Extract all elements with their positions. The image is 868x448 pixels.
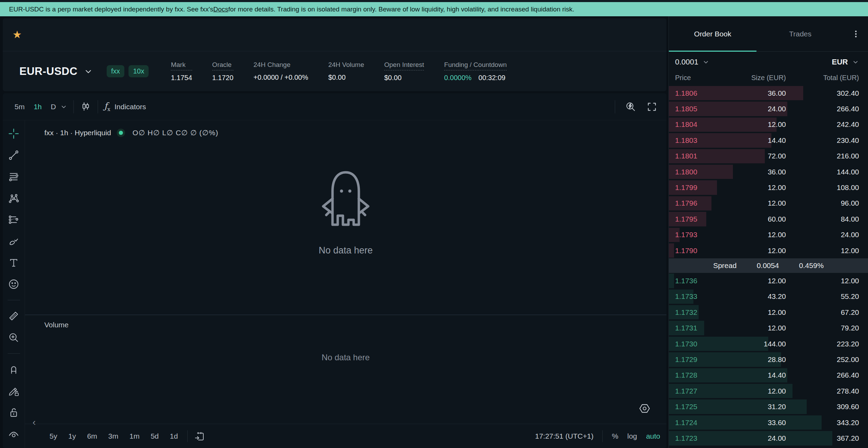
- favorite-star-icon[interactable]: ★: [12, 29, 22, 40]
- price-cell: 1.1796: [675, 199, 734, 207]
- orderbook-bid-row[interactable]: 1.173212.0067.20: [669, 304, 868, 320]
- range-5y[interactable]: 5y: [46, 430, 60, 442]
- orderbook-ask-row[interactable]: 1.179560.0084.00: [669, 211, 868, 227]
- projection-icon[interactable]: [8, 214, 19, 225]
- stat-open-interest: Open Interest $0.00: [384, 61, 424, 82]
- drawing-lock-icon[interactable]: [8, 385, 19, 397]
- orderbook-ask-row[interactable]: 1.180036.00144.00: [669, 164, 868, 180]
- orderbook-bid-row[interactable]: 1.172928.80252.00: [669, 352, 868, 367]
- timeframe-group: 5m1hD: [11, 101, 60, 113]
- size-cell: 24.00: [734, 434, 786, 442]
- orderbook-bid-row[interactable]: 1.173112.0079.20: [669, 320, 868, 336]
- total-cell: 343.20: [786, 419, 859, 427]
- log-scale-button[interactable]: log: [627, 432, 637, 440]
- range-5d[interactable]: 5d: [148, 430, 162, 442]
- tick-size-select[interactable]: 0.0001: [675, 58, 709, 67]
- total-cell: 96.00: [786, 199, 859, 207]
- indicators-button[interactable]: ƒx Indicators: [104, 101, 146, 112]
- total-cell: 242.40: [786, 120, 859, 129]
- orderbook-bid-row[interactable]: 1.173343.2055.20: [669, 289, 868, 304]
- price-cell: 1.1805: [675, 105, 734, 113]
- chart-body: ‹ fxx · 1h · Hyperliquid O∅ H∅ L∅ C∅ ∅ (…: [3, 120, 666, 448]
- chart-toolbar-right: [615, 100, 657, 113]
- docs-link[interactable]: Docs: [213, 6, 228, 13]
- ruler-icon[interactable]: [8, 310, 19, 322]
- total-cell: 24.00: [786, 231, 859, 239]
- orderbook-bid-row[interactable]: 1.172814.40266.40: [669, 368, 868, 383]
- orderbook-ask-row[interactable]: 1.180172.00216.00: [669, 148, 868, 164]
- pair-chevron-down-icon[interactable]: [84, 67, 93, 76]
- range-group: 5y1y6m3m1m5d1d: [46, 430, 181, 442]
- price-pane[interactable]: fxx · 1h · Hyperliquid O∅ H∅ L∅ C∅ ∅ (∅%…: [25, 120, 666, 315]
- clock[interactable]: 17:27:51 (UTC+1): [535, 432, 594, 440]
- magnet-icon[interactable]: [8, 364, 19, 375]
- banner-text-start: EUR-USDC is a perp market deployed indep…: [9, 6, 213, 13]
- stat-value: +0.0000 / +0.00%: [254, 74, 308, 81]
- indicators-label: Indicators: [114, 103, 146, 111]
- tab-order-book[interactable]: Order Book: [669, 16, 756, 51]
- range-3m[interactable]: 3m: [105, 430, 122, 442]
- timeframe-D[interactable]: D: [47, 101, 60, 113]
- toolbar-divider: [602, 430, 603, 442]
- pair-title[interactable]: EUR-USDC: [19, 65, 78, 78]
- toolbar-divider: [187, 430, 188, 442]
- percent-scale-button[interactable]: %: [612, 432, 618, 440]
- size-cell: 12.00: [734, 324, 786, 332]
- orderbook-ask-row[interactable]: 1.180524.00266.40: [669, 101, 868, 117]
- unit-select[interactable]: EUR: [832, 58, 859, 67]
- orderbook-bid-row[interactable]: 1.172324.00367.20: [669, 430, 868, 446]
- quick-search-icon[interactable]: [625, 101, 636, 112]
- range-1d[interactable]: 1d: [167, 430, 181, 442]
- orderbook-ask-row[interactable]: 1.179012.0012.00: [669, 243, 868, 258]
- eye-icon[interactable]: [8, 428, 19, 440]
- orderbook-bid-row[interactable]: 1.172433.60343.20: [669, 415, 868, 430]
- candles-style-icon[interactable]: [80, 101, 91, 112]
- stat-value: 1.1720: [212, 74, 233, 82]
- interval-chevron-down-icon[interactable]: [60, 103, 67, 110]
- kebab-menu-icon[interactable]: [851, 29, 860, 38]
- orderbook-ask-row[interactable]: 1.179312.0024.00: [669, 227, 868, 243]
- zoom-in-icon[interactable]: [8, 332, 19, 343]
- tab-trades[interactable]: Trades: [756, 16, 844, 51]
- price-cell: 1.1730: [675, 340, 734, 348]
- pair-stats-row: EUR-USDC fxx 10x Mark 1.1754 Oracle 1.17…: [3, 51, 666, 91]
- timeframe-1h[interactable]: 1h: [30, 101, 45, 113]
- trend-line-icon[interactable]: [8, 149, 19, 161]
- price-cell: 1.1801: [675, 152, 734, 160]
- range-1y[interactable]: 1y: [65, 430, 79, 442]
- total-cell: 252.00: [786, 355, 859, 364]
- orderbook-ask-row[interactable]: 1.180412.00242.40: [669, 117, 868, 132]
- brush-icon[interactable]: [8, 235, 19, 247]
- unlock-icon[interactable]: [8, 407, 19, 418]
- timeframe-5m[interactable]: 5m: [11, 101, 28, 113]
- market-status-icon[interactable]: [117, 129, 125, 137]
- volume-pane[interactable]: Volume No data here: [25, 315, 666, 423]
- orderbook-ask-row[interactable]: 1.179912.00108.00: [669, 180, 868, 195]
- drawing-toolbar: ‹: [3, 120, 25, 448]
- size-cell: 12.00: [734, 183, 786, 192]
- emoji-icon[interactable]: [8, 278, 19, 290]
- fullscreen-icon[interactable]: [646, 101, 657, 112]
- text-icon[interactable]: [8, 257, 19, 268]
- range-6m[interactable]: 6m: [84, 430, 100, 442]
- fib-retracement-icon[interactable]: [8, 171, 19, 182]
- toolbar-divider: [8, 353, 20, 354]
- total-cell: 108.00: [786, 183, 859, 192]
- crosshair-icon[interactable]: [8, 128, 19, 139]
- orderbook-bid-row[interactable]: 1.1730144.00223.20: [669, 336, 868, 352]
- auto-scale-button[interactable]: auto: [646, 432, 660, 440]
- go-to-date-icon[interactable]: [194, 430, 205, 442]
- orderbook-bid-row[interactable]: 1.172712.00278.40: [669, 383, 868, 399]
- chart-settings-icon[interactable]: [639, 403, 650, 414]
- orderbook-bid-row[interactable]: 1.173612.0012.00: [669, 273, 868, 288]
- orderbook-bid-row[interactable]: 1.172531.20309.60: [669, 399, 868, 414]
- chevron-down-icon: [852, 59, 859, 66]
- market-header-card: ★ EUR-USDC fxx 10x Mark 1.1754 Or: [3, 18, 666, 91]
- orderbook-ask-row[interactable]: 1.180314.40230.40: [669, 132, 868, 148]
- chart-main: fxx · 1h · Hyperliquid O∅ H∅ L∅ C∅ ∅ (∅%…: [25, 120, 666, 448]
- range-1m[interactable]: 1m: [126, 430, 143, 442]
- no-data-message: No data here: [311, 245, 380, 256]
- orderbook-ask-row[interactable]: 1.180636.00302.40: [669, 85, 868, 101]
- orderbook-ask-row[interactable]: 1.179612.0096.00: [669, 196, 868, 211]
- xabcd-pattern-icon[interactable]: [8, 192, 19, 204]
